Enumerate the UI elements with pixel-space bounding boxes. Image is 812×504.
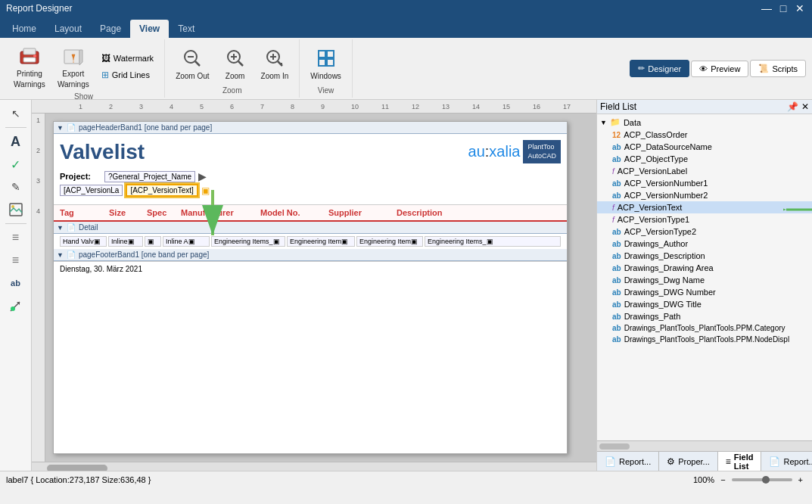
export-warnings-button[interactable]: Export Warnings: [53, 41, 94, 92]
field-type-icon: ab: [612, 288, 621, 297]
field-item[interactable]: ab Drawings_DWG Number: [597, 286, 812, 298]
tab-layout[interactable]: Layout: [45, 20, 91, 38]
arrow-tool[interactable]: [3, 295, 29, 316]
field-item[interactable]: ab Drawings_Drawing Area: [597, 262, 812, 274]
properties-label: Proper...: [678, 457, 710, 466]
tab-home[interactable]: Home: [3, 20, 45, 38]
detail-cell-tag[interactable]: Hand Valv▣: [60, 236, 107, 247]
grid-lines-label: Grid Lines: [112, 70, 150, 79]
field-tree-root[interactable]: ▼ 📁 Data: [597, 116, 812, 129]
field-item-selected[interactable]: f ACP_VersionText: [597, 201, 812, 213]
zoom-plus-button[interactable]: +: [795, 475, 806, 484]
field-item[interactable]: f ACP_VersionLabel: [597, 165, 812, 177]
field-item[interactable]: 12 ACP_ClassOrder: [597, 129, 812, 141]
canvas-hscroll[interactable]: [32, 462, 596, 471]
bottom-tab-properties[interactable]: ⚙ Proper...: [659, 452, 718, 471]
panel-close-icon[interactable]: ✕: [801, 101, 809, 112]
printing-warnings-button[interactable]: Printing Warnings: [9, 41, 50, 92]
zoom-in-button[interactable]: Zoom In: [257, 43, 294, 84]
fieldlist-icon: ≡: [726, 456, 731, 467]
hscroll-thumb[interactable]: [47, 465, 107, 471]
page-canvas: ▼ 📄 pageHeaderBand1 [one band per page] …: [53, 121, 568, 454]
field-list-hscroll[interactable]: [597, 440, 812, 451]
page-header-band-label: pageHeaderBand1 [one band per page]: [79, 123, 212, 132]
panel-pin-icon[interactable]: 📌: [787, 101, 798, 112]
zoom-button[interactable]: Zoom: [217, 43, 254, 84]
zoom-out-button[interactable]: Zoom Out: [171, 43, 213, 84]
edit-tool[interactable]: ✎: [3, 176, 29, 198]
zoom-minus-button[interactable]: −: [717, 475, 728, 484]
maximize-button[interactable]: □: [777, 2, 789, 14]
zoom-in-label: Zoom In: [261, 72, 289, 81]
watermark-button[interactable]: 🖼 Watermark: [97, 51, 158, 66]
close-button[interactable]: ✕: [794, 2, 806, 14]
tab-text[interactable]: Text: [169, 20, 204, 38]
field-name: ACP_ObjectType: [624, 154, 688, 163]
scripts-tab[interactable]: 📜 Scripts: [750, 60, 806, 77]
toolbox-sep-2: [5, 223, 26, 224]
tab-page[interactable]: Page: [91, 20, 130, 38]
project-field-arrow[interactable]: ▶: [198, 170, 207, 182]
field-name: ACP_VersionType2: [624, 227, 696, 236]
ab-tool[interactable]: ab: [3, 272, 29, 294]
field-list-hscroll-thumb[interactable]: [599, 443, 630, 450]
zoom-slider[interactable]: [732, 478, 792, 481]
project-value[interactable]: ?General_Project_Name: [104, 171, 195, 182]
check-tool[interactable]: ✓: [3, 154, 29, 175]
zoom-in-icon: [263, 46, 287, 70]
version-field-indicator[interactable]: ▣: [201, 185, 210, 196]
field-item[interactable]: ab Drawings_Dwg Name: [597, 274, 812, 286]
tab-view[interactable]: View: [130, 20, 169, 38]
detail-cell-description[interactable]: Engineering Items_▣: [425, 236, 561, 247]
zoom-slider-thumb[interactable]: [762, 476, 770, 484]
detail-row: Hand Valv▣ Inline▣ ▣ Inline A▣ Engineeri…: [60, 235, 561, 247]
bottom-tab-report1[interactable]: 📄 Report...: [597, 452, 659, 471]
band-expand-icon[interactable]: ▼: [57, 124, 64, 132]
version-label-field[interactable]: [ACP_VersionLa: [60, 185, 123, 196]
field-item[interactable]: ab Drawings_Author: [597, 238, 812, 250]
windows-icon: [314, 46, 338, 70]
detail-cell-size[interactable]: Inline▣: [108, 236, 143, 247]
svg-line-15: [238, 61, 243, 66]
col-spec: Spec: [147, 208, 181, 217]
field-item[interactable]: ab Drawings_PlantTools_PlantTools.PPM.No…: [597, 334, 812, 345]
footer-expand-icon[interactable]: ▼: [57, 251, 64, 259]
preview-label: Preview: [711, 64, 740, 73]
logo-area: au:xalia PlantToo AutoCAD: [468, 140, 561, 163]
detail-cell-supplier[interactable]: Engineering Item▣: [356, 236, 423, 247]
detail-cell-spec[interactable]: Inline A▣: [163, 236, 210, 247]
field-item[interactable]: ab Drawings_DWG Title: [597, 298, 812, 310]
bottom-tabs: 📄 Report... ⚙ Proper... ≡ Field List 📄 R…: [597, 451, 812, 471]
field-item[interactable]: ab ACP_VersionType2: [597, 226, 812, 238]
text-tool[interactable]: A: [3, 131, 29, 152]
detail-cell-modelno[interactable]: Engineering Item▣: [287, 236, 355, 247]
field-item[interactable]: ab Drawings_PlantTools_PlantTools.PPM.Ca…: [597, 322, 812, 334]
panel-header: Field List 📌 ✕: [597, 100, 812, 114]
field-item[interactable]: ab ACP_ObjectType: [597, 153, 812, 165]
lines-tool-2[interactable]: ≡: [3, 250, 29, 271]
version-text-field[interactable]: [ACP_VersionText]: [126, 184, 198, 197]
image-tool[interactable]: [3, 199, 29, 220]
preview-tab[interactable]: 👁 Preview: [691, 61, 748, 77]
field-item[interactable]: ab ACP_VersionNumber1: [597, 177, 812, 189]
lines-tool-1[interactable]: ≡: [3, 227, 29, 248]
field-item[interactable]: ab Drawings_Description: [597, 250, 812, 262]
windows-button[interactable]: Windows: [306, 43, 346, 84]
field-item[interactable]: ab Drawings_Path: [597, 310, 812, 322]
canvas-area[interactable]: 1 2 3 4 5 6 7 8 9 10 11 12 13 14 15 16 1…: [32, 100, 596, 471]
minimize-button[interactable]: —: [761, 2, 773, 14]
pointer-tool[interactable]: ↖: [3, 103, 29, 124]
bottom-tab-fieldlist[interactable]: ≡ Field List: [718, 452, 762, 471]
designer-tab[interactable]: ✏ Designer: [630, 60, 689, 77]
field-list[interactable]: ▼ 📁 Data 12 ACP_ClassOrder ab ACP_DataSo…: [597, 114, 812, 440]
detail-cell-manufacturer[interactable]: Engineering Items_▣: [211, 236, 285, 247]
field-item[interactable]: ab ACP_DataSourceName: [597, 141, 812, 153]
field-item[interactable]: ab ACP_VersionNumber2: [597, 189, 812, 201]
grid-lines-button[interactable]: ⊞ Grid Lines: [97, 67, 158, 82]
bottom-tab-report2[interactable]: 📄 Report...: [761, 452, 812, 471]
fieldlist-label: Field List: [734, 453, 754, 471]
detail-expand-icon[interactable]: ▼: [57, 224, 64, 232]
detail-cell-marker[interactable]: ▣: [145, 236, 161, 247]
ruler-left-mark: 4: [32, 207, 45, 238]
field-item[interactable]: f ACP_VersionType1: [597, 213, 812, 226]
